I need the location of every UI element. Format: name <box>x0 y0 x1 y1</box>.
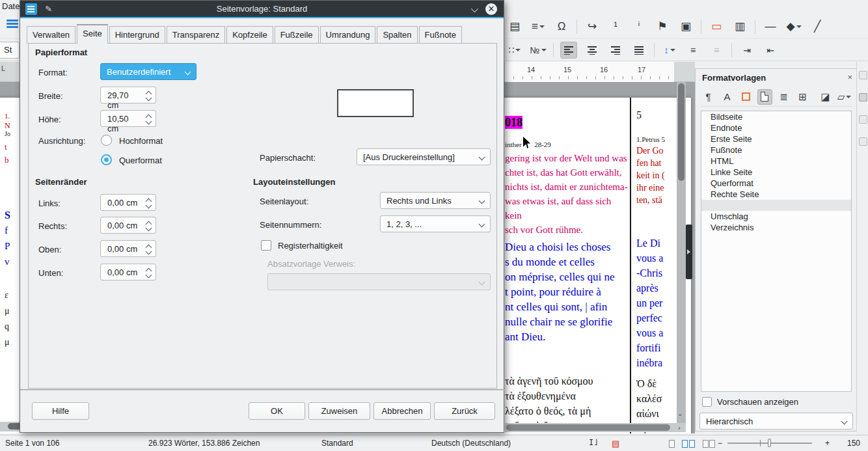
list-item-selected[interactable] <box>701 200 851 211</box>
insert-comment-icon[interactable]: ▭ <box>708 18 725 35</box>
insert-cross-reference-icon[interactable]: ▣ <box>677 18 694 35</box>
show-previews-checkbox[interactable] <box>702 397 712 407</box>
list-item[interactable]: Fußnote <box>701 144 851 156</box>
vertical-scrollbar-thumb[interactable] <box>678 83 685 181</box>
page-layout-dropdown[interactable]: Rechts und Links <box>380 192 491 209</box>
page-style-status[interactable]: Standard <box>321 439 353 448</box>
word-count-status[interactable]: 26.923 Wörter, 153.886 Zeichen <box>148 439 260 448</box>
character-styles-icon[interactable]: A <box>720 89 735 105</box>
table-styles-icon[interactable]: ⊞ <box>795 89 810 105</box>
list-item[interactable]: Umschlag <box>701 211 851 222</box>
landscape-radio[interactable] <box>101 154 112 165</box>
scroll-down-arrow[interactable]: ⌄ <box>677 410 685 418</box>
track-changes-icon[interactable]: ▥ <box>731 18 748 35</box>
book-view-icon[interactable] <box>703 439 716 448</box>
list-styles-icon[interactable]: ≣ <box>776 89 791 105</box>
tab-verwalten[interactable]: Verwalten <box>27 26 75 44</box>
list-item[interactable]: Erste Seite <box>701 133 851 144</box>
horizontal-scrollbar[interactable] <box>505 423 686 432</box>
margin-right-spinner[interactable]: 0,00 cm <box>100 217 156 234</box>
tab-fusszeile[interactable]: Fußzeile <box>275 26 319 44</box>
spin-down-icon[interactable] <box>146 95 152 102</box>
tab-hintergrund[interactable]: Hintergrund <box>109 26 165 44</box>
line-spacing-icon[interactable]: ↕ <box>661 42 678 59</box>
margin-top-spinner[interactable]: 0,00 cm <box>100 240 156 257</box>
paragraph-spacing-icon[interactable]: ≡ <box>685 42 701 59</box>
tab-umrandung[interactable]: Umrandung <box>320 26 376 44</box>
tab-stop-indicator[interactable]: L <box>1 64 5 72</box>
zoom-level[interactable]: 150 <box>847 439 860 448</box>
sidebar-splitter[interactable] <box>686 225 692 279</box>
insert-special-character-icon[interactable]: Ω <box>553 18 570 35</box>
tab-kopfzeile[interactable]: Kopfzeile <box>226 26 273 44</box>
draw-functions-icon[interactable]: ╱ <box>809 18 826 35</box>
help-button[interactable]: Hilfe <box>32 402 89 420</box>
cancel-button[interactable]: Abbrechen <box>373 402 431 420</box>
style-filter-dropdown[interactable]: Hierarchisch <box>699 413 853 430</box>
format-dropdown[interactable]: Benutzerdefiniert <box>100 63 197 80</box>
list-item[interactable]: Querformat <box>701 178 851 189</box>
ok-button[interactable]: OK <box>249 402 305 420</box>
align-left-icon[interactable] <box>560 42 577 59</box>
paper-tray-dropdown[interactable]: [Aus Druckereinstellung] <box>357 148 491 165</box>
paragraph-style-combo[interactable]: St <box>0 42 20 59</box>
insert-page-break-icon[interactable]: ▤ <box>506 18 523 35</box>
single-page-view-icon[interactable] <box>669 439 676 448</box>
language-status[interactable]: Deutsch (Deutschland) <box>431 439 511 448</box>
tab-seite[interactable]: Seite <box>77 24 108 44</box>
insert-footnote-icon[interactable]: ¹ <box>607 18 624 35</box>
decrease-indent-icon[interactable]: ⇤ <box>762 42 779 59</box>
table-icon[interactable] <box>7 18 18 29</box>
sidebar-tab-styles[interactable] <box>859 93 867 102</box>
align-center-icon[interactable] <box>584 42 601 59</box>
sidebar-tab-navigator[interactable] <box>859 137 867 146</box>
list-item[interactable]: HTML <box>701 156 851 167</box>
bullet-list-icon[interactable]: ∷ <box>506 42 523 59</box>
page-numbers-dropdown[interactable]: 1, 2, 3, ... <box>380 215 491 232</box>
portrait-radio[interactable] <box>101 135 112 146</box>
list-item[interactable]: Endnote <box>701 122 851 133</box>
register-true-checkbox[interactable] <box>261 240 271 251</box>
multi-page-view-icon[interactable] <box>682 439 696 448</box>
close-icon[interactable]: × <box>847 72 852 82</box>
insert-bookmark-icon[interactable]: ⚑ <box>654 18 671 35</box>
align-right-icon[interactable] <box>607 42 624 59</box>
horizontal-scrollbar-left[interactable] <box>0 422 20 431</box>
insert-hyperlink-icon[interactable]: ↪ <box>584 18 601 35</box>
frame-styles-icon[interactable] <box>739 89 753 105</box>
align-justify-icon[interactable] <box>631 42 647 59</box>
basic-shapes-icon[interactable]: ◆ <box>785 18 802 35</box>
increase-indent-icon[interactable]: ⇥ <box>739 42 755 59</box>
sidebar-tab-properties[interactable] <box>859 71 867 79</box>
page-styles-list[interactable]: Bildseite Endnote Erste Seite Fußnote HT… <box>701 111 852 392</box>
spin-down-icon[interactable] <box>146 118 152 125</box>
page-count-status[interactable]: Seite 1 von 106 <box>5 439 59 448</box>
width-spinner[interactable]: 29,70 cm <box>100 87 156 103</box>
apply-button[interactable]: Zuweisen <box>308 402 370 420</box>
scroll-right-arrow[interactable]: › <box>678 424 681 431</box>
tab-fussnote[interactable]: Fußnote <box>419 26 462 44</box>
margin-bottom-spinner[interactable]: 0,00 cm <box>100 264 156 280</box>
unsaved-changes-icon[interactable]: ▤ <box>612 439 619 448</box>
numbered-list-icon[interactable]: № <box>530 42 547 59</box>
tab-spalten[interactable]: Spalten <box>377 26 417 44</box>
list-item[interactable]: Linke Seite <box>701 167 851 178</box>
fill-format-mode-icon[interactable]: ◪ <box>818 89 833 105</box>
new-style-from-selection-icon[interactable]: ▱ <box>837 89 852 105</box>
tab-transparenz[interactable]: Transparenz <box>167 26 226 44</box>
list-item[interactable]: Rechte Seite <box>701 189 851 200</box>
vertical-scrollbar[interactable] <box>677 82 686 423</box>
reset-button[interactable]: Zurück <box>434 402 495 420</box>
zoom-slider-handle[interactable] <box>768 439 771 447</box>
insert-endnote-icon[interactable]: ⁱ <box>631 18 647 35</box>
margin-left-spinner[interactable]: 0,00 cm <box>100 194 156 211</box>
list-item[interactable]: Bildseite <box>701 111 851 122</box>
zoom-in-button[interactable]: + <box>825 439 830 448</box>
paragraph-styles-icon[interactable]: ¶ <box>701 89 716 105</box>
dialog-title-bar[interactable]: ✏ Seitenvorlage: Standard ✕ <box>20 1 504 18</box>
menu-datei[interactable]: Date <box>2 1 20 11</box>
horizontal-scrollbar-thumb[interactable] <box>506 424 670 431</box>
sidebar-tab-gallery[interactable] <box>859 115 867 124</box>
selection-mode-icon[interactable]: I˩ <box>589 439 598 448</box>
insert-line-icon[interactable]: ― <box>762 18 779 35</box>
